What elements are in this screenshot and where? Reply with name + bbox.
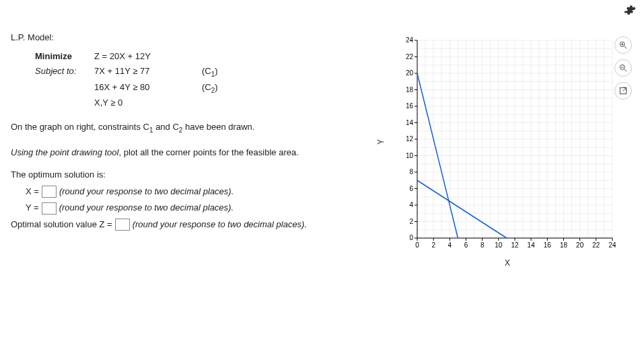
- svg-text:4: 4: [448, 241, 452, 249]
- svg-text:22: 22: [592, 241, 600, 249]
- z-input[interactable]: [115, 219, 130, 231]
- minimize-label: Minimize: [35, 49, 94, 64]
- constraint-2-tag: (C2): [202, 80, 236, 96]
- svg-text:10: 10: [406, 152, 414, 159]
- svg-text:4: 4: [409, 201, 413, 208]
- z-hint: (round your response to two decimal plac…: [133, 217, 307, 233]
- svg-text:2: 2: [431, 241, 435, 249]
- nonneg-constraint: X,Y ≥ 0: [94, 95, 202, 110]
- zoom-in-icon: [618, 40, 628, 50]
- optimum-title: The optimum solution is:: [11, 167, 388, 184]
- svg-text:20: 20: [576, 241, 584, 249]
- objective-fn: Z = 20X + 12Y: [94, 49, 202, 64]
- y-hint: (round your response to two decimal plac…: [59, 200, 234, 217]
- x-input[interactable]: [42, 186, 57, 198]
- svg-line-5: [624, 69, 627, 72]
- z-equals-label: Optimal solution value Z =: [11, 217, 112, 233]
- popout-icon: [618, 86, 628, 95]
- constraint-2-expr: 16X + 4Y ≥ 80: [94, 80, 202, 95]
- x-equals-label: X =: [26, 184, 39, 200]
- x-hint: (round your response to two decimal plac…: [59, 184, 234, 200]
- plot-svg: 0246810121416182022242422201816141210864…: [397, 36, 619, 258]
- lp-model-title: L.P. Model:: [11, 32, 388, 42]
- answer-block: The optimum solution is: X = (round your…: [11, 167, 388, 233]
- instruction-1: On the graph on right, constraints C1 an…: [11, 120, 388, 136]
- x-axis-label: X: [505, 258, 510, 268]
- svg-line-8: [622, 87, 626, 91]
- svg-text:6: 6: [409, 185, 413, 192]
- svg-text:8: 8: [409, 168, 413, 176]
- problem-text: L.P. Model: Minimize Z = 20X + 12Y Subje…: [11, 32, 388, 233]
- svg-text:2: 2: [409, 218, 413, 225]
- svg-text:0: 0: [409, 234, 413, 241]
- svg-text:24: 24: [608, 241, 616, 249]
- graph-area[interactable]: Y X 024681012141618202224242220181614121…: [397, 36, 619, 272]
- svg-line-113: [417, 180, 507, 238]
- svg-text:14: 14: [528, 241, 536, 249]
- svg-text:12: 12: [511, 241, 519, 249]
- y-axis-label: Y: [376, 139, 386, 145]
- svg-text:14: 14: [406, 119, 414, 126]
- svg-text:16: 16: [406, 102, 414, 110]
- y-equals-label: Y =: [26, 200, 39, 217]
- svg-line-1: [624, 46, 627, 49]
- lp-model-block: Minimize Z = 20X + 12Y Subject to: 7X + …: [35, 49, 388, 110]
- constraint-1-tag: (C1): [202, 64, 236, 80]
- svg-text:8: 8: [480, 241, 485, 249]
- svg-text:6: 6: [464, 241, 468, 249]
- svg-text:10: 10: [495, 241, 503, 249]
- subject-to-label: Subject to:: [35, 64, 94, 79]
- svg-text:0: 0: [415, 241, 419, 249]
- gear-icon: [624, 4, 636, 16]
- svg-text:18: 18: [406, 86, 414, 93]
- svg-text:12: 12: [406, 135, 414, 143]
- svg-text:18: 18: [560, 241, 568, 249]
- svg-text:20: 20: [406, 69, 414, 77]
- constraint-1-expr: 7X + 11Y ≥ 77: [94, 64, 202, 79]
- instruction-2: Using the point drawing tool, plot all t…: [11, 145, 388, 160]
- y-input[interactable]: [42, 202, 57, 215]
- svg-text:24: 24: [406, 36, 414, 44]
- svg-text:16: 16: [544, 241, 552, 249]
- zoom-out-icon: [618, 63, 628, 73]
- svg-text:22: 22: [406, 53, 414, 61]
- settings-gear[interactable]: [624, 4, 636, 18]
